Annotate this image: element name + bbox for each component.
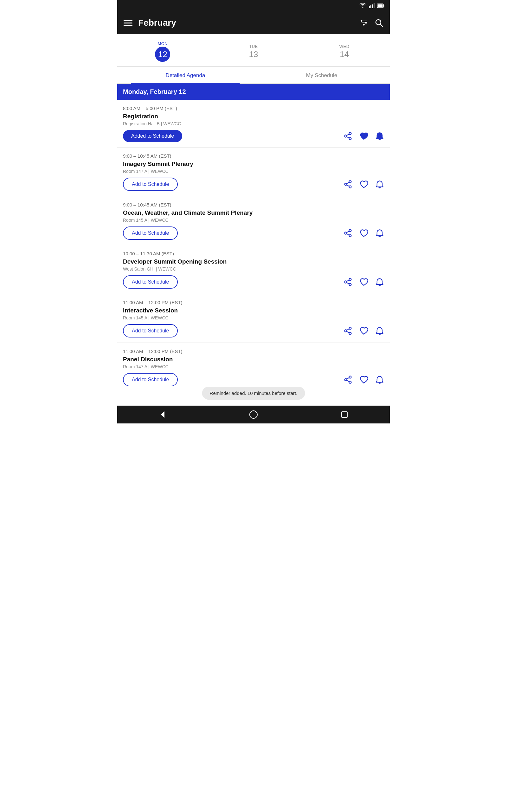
svg-point-20 [349, 181, 351, 183]
reminder-icon[interactable] [375, 229, 384, 238]
svg-point-41 [345, 379, 347, 381]
share-icon[interactable] [343, 180, 352, 189]
session-actions: Add to Schedule [123, 373, 384, 386]
svg-point-36 [345, 330, 347, 332]
session-item: 8:00 AM – 5:00 PM (EST) Registration Reg… [117, 100, 390, 148]
svg-rect-1 [371, 5, 372, 8]
session-item: 9:00 – 10:45 AM (EST) Ocean, Weather, an… [117, 196, 390, 245]
session-title: Interactive Session [123, 307, 384, 314]
share-icon[interactable] [343, 132, 352, 141]
add-to-schedule-button[interactable]: Add to Schedule [123, 177, 178, 191]
session-title: Ocean, Weather, and Climate Summit Plena… [123, 209, 384, 216]
favorite-icon[interactable] [359, 229, 368, 238]
svg-point-32 [349, 284, 351, 286]
day-num-wed: 14 [340, 49, 349, 59]
svg-point-21 [345, 183, 347, 186]
svg-point-27 [349, 235, 351, 237]
share-icon[interactable] [343, 375, 352, 384]
svg-point-15 [349, 132, 351, 135]
svg-rect-3 [374, 3, 375, 8]
session-location: Room 145 A | WEWCC [123, 217, 384, 223]
favorite-icon[interactable] [359, 132, 368, 141]
filter-icon[interactable] [359, 18, 368, 27]
svg-rect-5 [383, 5, 384, 7]
svg-point-26 [345, 232, 347, 235]
session-time: 9:00 – 10:45 AM (EST) [123, 153, 384, 159]
svg-point-12 [363, 24, 365, 26]
date-tab-wed[interactable]: WED 14 [299, 41, 390, 64]
svg-point-25 [349, 229, 351, 232]
svg-line-39 [347, 329, 349, 331]
svg-point-22 [349, 186, 351, 188]
action-icons [343, 180, 384, 189]
share-icon[interactable] [343, 229, 352, 238]
battery-icon [377, 3, 385, 8]
svg-marker-45 [161, 411, 164, 418]
add-to-schedule-button[interactable]: Add to Schedule [123, 373, 178, 386]
add-to-schedule-button[interactable]: Add to Schedule [123, 324, 178, 338]
favorite-icon[interactable] [359, 180, 368, 189]
session-title: Panel Discussion [123, 356, 384, 363]
action-icons [343, 375, 384, 384]
session-item: 9:00 – 10:45 AM (EST) Imagery Summit Ple… [117, 148, 390, 196]
tab-detailed-agenda[interactable]: Detailed Agenda [117, 67, 253, 83]
reminder-icon[interactable] [375, 132, 384, 141]
recent-icon[interactable] [340, 410, 349, 419]
menu-button[interactable] [124, 20, 132, 26]
action-icons [343, 277, 384, 287]
date-tabs: MON 12 TUE 13 WED 14 [117, 34, 390, 67]
svg-rect-6 [378, 4, 383, 7]
reminder-icon[interactable] [375, 375, 384, 384]
svg-line-24 [347, 183, 349, 184]
session-list: 8:00 AM – 5:00 PM (EST) Registration Reg… [117, 100, 390, 406]
svg-line-18 [347, 137, 349, 138]
added-to-schedule-button[interactable]: Added to Schedule [123, 130, 182, 142]
svg-line-19 [347, 134, 349, 136]
bottom-nav [117, 406, 390, 423]
date-tab-tue[interactable]: TUE 13 [208, 41, 299, 64]
favorite-icon[interactable] [359, 277, 368, 287]
favorite-icon[interactable] [359, 375, 368, 384]
share-icon[interactable] [343, 277, 352, 287]
svg-rect-0 [369, 6, 370, 8]
wifi-icon [359, 3, 366, 8]
tab-my-schedule[interactable]: My Schedule [253, 67, 390, 83]
session-location: Room 147 A | WEWCC [123, 169, 384, 174]
session-actions: Added to Schedule [123, 130, 384, 142]
svg-line-38 [347, 332, 349, 333]
session-time: 8:00 AM – 5:00 PM (EST) [123, 106, 384, 111]
svg-point-17 [349, 138, 351, 140]
svg-point-40 [349, 376, 351, 378]
day-num-tue: 13 [249, 49, 258, 59]
svg-point-46 [250, 411, 257, 418]
action-icons [343, 326, 384, 335]
share-icon[interactable] [343, 326, 352, 335]
session-location: West Salon GHI | WEWCC [123, 266, 384, 271]
svg-line-29 [347, 231, 349, 233]
search-icon[interactable] [375, 18, 383, 27]
back-icon[interactable] [158, 410, 167, 419]
add-to-schedule-button[interactable]: Add to Schedule [123, 275, 178, 289]
date-tab-mon[interactable]: MON 12 [117, 38, 208, 66]
session-item: 10:00 – 11:30 AM (EST) Developer Summit … [117, 245, 390, 294]
day-label-tue: TUE [249, 44, 258, 49]
reminder-icon[interactable] [375, 326, 384, 335]
session-time: 10:00 – 11:30 AM (EST) [123, 251, 384, 256]
add-to-schedule-button[interactable]: Add to Schedule [123, 226, 178, 240]
svg-rect-2 [372, 4, 373, 8]
session-actions: Add to Schedule [123, 177, 384, 191]
session-title: Registration [123, 113, 384, 120]
reminder-icon[interactable] [375, 180, 384, 189]
home-icon[interactable] [249, 410, 258, 419]
reminder-icon[interactable] [375, 277, 384, 287]
session-time: 11:00 AM – 12:00 PM (EST) [123, 300, 384, 305]
session-location: Registration Hall B | WEWCC [123, 121, 384, 126]
session-actions: Add to Schedule [123, 226, 384, 240]
favorite-icon[interactable] [359, 326, 368, 335]
svg-point-16 [345, 135, 347, 137]
session-item: 11:00 AM – 12:00 PM (EST) Interactive Se… [117, 294, 390, 343]
svg-point-37 [349, 333, 351, 335]
page-title: February [138, 18, 176, 28]
svg-rect-47 [342, 412, 347, 417]
svg-line-33 [347, 283, 349, 284]
